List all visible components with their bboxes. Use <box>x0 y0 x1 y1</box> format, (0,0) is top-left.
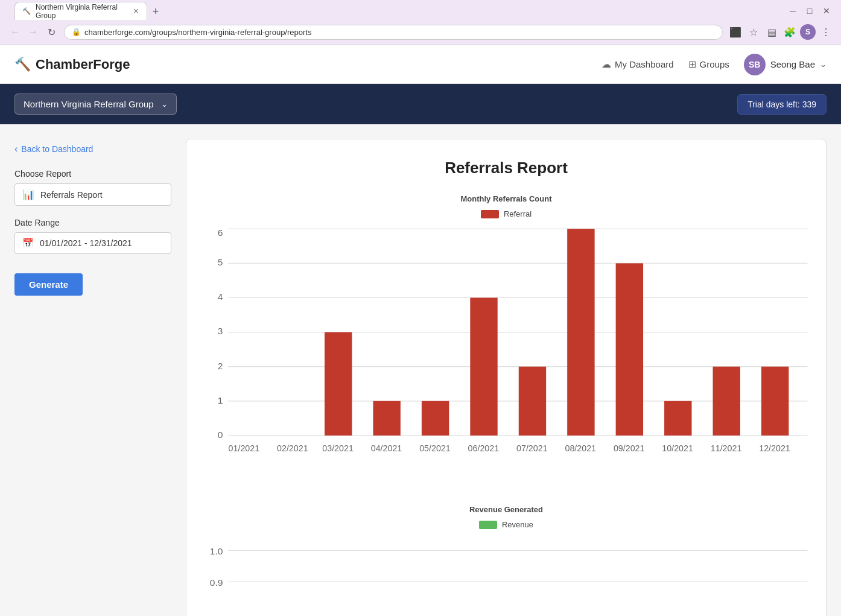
revenue-legend-box <box>479 521 497 529</box>
main-content: ‹ Back to Dashboard Choose Report 📊 Refe… <box>0 124 841 616</box>
svg-text:03/2021: 03/2021 <box>322 443 354 453</box>
svg-text:02/2021: 02/2021 <box>277 443 308 453</box>
browser-titlebar: 🔨 Northern Virginia Referral Group ✕ + ─… <box>0 0 841 22</box>
group-selector[interactable]: Northern Virginia Referral Group ⌄ <box>14 94 177 115</box>
svg-text:09/2021: 09/2021 <box>614 443 645 453</box>
menu-icon[interactable]: ⋮ <box>818 24 834 40</box>
date-range-input[interactable]: 📅 01/01/2021 - 12/31/2021 <box>14 232 171 254</box>
referrals-svg: 0 1 2 3 4 5 6 <box>201 228 811 478</box>
svg-text:01/2021: 01/2021 <box>229 443 260 453</box>
revenue-section: Revenue Generated Revenue 1.0 0.9 <box>201 505 811 604</box>
date-range-value: 01/01/2021 - 12/31/2021 <box>40 238 132 248</box>
bar-06-2021 <box>470 297 497 435</box>
svg-text:1.0: 1.0 <box>210 546 223 556</box>
revenue-subtitle: Revenue Generated <box>201 505 811 514</box>
report-value: Referrals Report <box>40 190 103 200</box>
browser-addressbar: ← → ↻ 🔒 chamberforge.com/groups/northern… <box>0 22 841 45</box>
calendar-icon: 📅 <box>22 238 34 249</box>
group-selector-chevron-icon: ⌄ <box>161 100 168 109</box>
tab-favicon: 🔨 <box>22 7 31 15</box>
bar-08-2021 <box>567 229 594 436</box>
maximize-button[interactable]: □ <box>802 4 817 18</box>
date-range-label: Date Range <box>14 218 171 227</box>
address-bar[interactable]: 🔒 chamberforge.com/groups/northern-virgi… <box>64 25 723 40</box>
groups-label: Groups <box>700 59 729 69</box>
user-chevron-icon: ⌄ <box>820 60 827 69</box>
svg-text:5: 5 <box>218 257 223 267</box>
referral-legend-label: Referral <box>504 209 532 218</box>
bar-10-2021 <box>664 401 691 436</box>
app-logo[interactable]: 🔨 ChamberForge <box>14 57 130 72</box>
svg-text:6: 6 <box>218 228 223 238</box>
minimize-button[interactable]: ─ <box>785 4 800 18</box>
svg-text:06/2021: 06/2021 <box>468 443 500 453</box>
svg-text:0: 0 <box>218 430 223 440</box>
chart-title: Referrals Report <box>201 159 811 177</box>
revenue-bar-chart: 1.0 0.9 <box>201 539 811 604</box>
bar-04-2021 <box>373 401 400 436</box>
svg-text:11/2021: 11/2021 <box>711 443 742 453</box>
nav-buttons: ← → ↻ <box>7 24 59 40</box>
reload-button[interactable]: ↻ <box>43 24 59 40</box>
groups-icon: ⊞ <box>688 59 696 70</box>
close-button[interactable]: ✕ <box>819 4 834 18</box>
app-header: 🔨 ChamberForge ☁ My Dashboard ⊞ Groups S… <box>0 45 841 84</box>
group-banner: Northern Virginia Referral Group ⌄ Trial… <box>0 84 841 124</box>
svg-text:4: 4 <box>218 291 223 302</box>
revenue-legend: Revenue <box>201 520 811 529</box>
revenue-svg: 1.0 0.9 <box>201 539 811 602</box>
bookmark-icon[interactable]: ☆ <box>746 24 761 40</box>
back-to-dashboard-link[interactable]: ‹ Back to Dashboard <box>14 144 171 154</box>
svg-text:05/2021: 05/2021 <box>419 443 451 453</box>
svg-text:0.9: 0.9 <box>210 577 223 588</box>
tab-title: Northern Virginia Referral Group <box>36 3 125 20</box>
trial-badge: Trial days left: 339 <box>737 94 827 115</box>
back-nav-button[interactable]: ← <box>7 24 23 40</box>
groups-link[interactable]: ⊞ Groups <box>688 59 729 70</box>
logo-text: ChamberForge <box>36 57 130 72</box>
trial-text: Trial days left: 339 <box>747 100 816 109</box>
browser-tabs: 🔨 Northern Virginia Referral Group ✕ + <box>14 2 781 20</box>
browser-window-controls: ─ □ ✕ <box>785 4 834 18</box>
bar-05-2021 <box>422 401 449 436</box>
monthly-referrals-section: Monthly Referrals Count Referral 0 1 2 3… <box>201 194 811 481</box>
bar-03-2021 <box>325 332 352 436</box>
user-menu[interactable]: SB Seong Bae ⌄ <box>744 54 827 75</box>
browser-user-avatar[interactable]: S <box>800 24 816 40</box>
svg-text:07/2021: 07/2021 <box>516 443 548 453</box>
report-selector[interactable]: 📊 Referrals Report <box>14 183 171 206</box>
svg-text:04/2021: 04/2021 <box>371 443 402 453</box>
cast-icon[interactable]: ⬛ <box>728 24 743 40</box>
group-name: Northern Virginia Referral Group <box>24 99 154 109</box>
dashboard-label: My Dashboard <box>615 59 674 69</box>
monthly-referrals-legend: Referral <box>201 209 811 218</box>
user-name: Seong Bae <box>770 59 815 69</box>
my-dashboard-link[interactable]: ☁ My Dashboard <box>601 59 674 70</box>
referral-legend-box <box>481 210 499 218</box>
sidebar-icon[interactable]: ▤ <box>764 24 779 40</box>
bar-11-2021 <box>713 367 740 436</box>
browser-toolbar-icons: ⬛ ☆ ▤ 🧩 S ⋮ <box>728 24 834 40</box>
app-nav: ☁ My Dashboard ⊞ Groups SB Seong Bae ⌄ <box>601 54 827 75</box>
generate-button[interactable]: Generate <box>14 273 83 296</box>
new-tab-button[interactable]: + <box>147 3 164 20</box>
forward-nav-button[interactable]: → <box>25 24 41 40</box>
back-arrow-icon: ‹ <box>14 144 17 154</box>
svg-text:10/2021: 10/2021 <box>662 443 693 453</box>
active-tab[interactable]: 🔨 Northern Virginia Referral Group ✕ <box>14 2 147 20</box>
svg-text:2: 2 <box>218 361 223 371</box>
back-label: Back to Dashboard <box>21 144 93 154</box>
referrals-bar-chart: 0 1 2 3 4 5 6 <box>201 228 811 481</box>
url-text: chamberforge.com/groups/northern-virgini… <box>84 28 715 37</box>
tab-close-button[interactable]: ✕ <box>133 7 139 16</box>
bar-09-2021 <box>616 263 643 435</box>
svg-text:08/2021: 08/2021 <box>565 443 596 453</box>
choose-report-label: Choose Report <box>14 169 171 179</box>
extensions-icon[interactable]: 🧩 <box>782 24 798 40</box>
sidebar: ‹ Back to Dashboard Choose Report 📊 Refe… <box>14 139 171 616</box>
revenue-legend-label: Revenue <box>502 520 533 529</box>
user-avatar: SB <box>744 54 766 75</box>
logo-icon: 🔨 <box>14 57 31 72</box>
svg-text:12/2021: 12/2021 <box>759 443 790 453</box>
bar-12-2021 <box>761 367 789 436</box>
